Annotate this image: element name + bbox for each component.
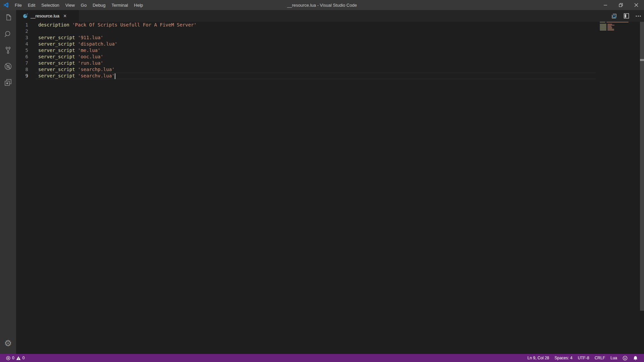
encoding-status[interactable]: UTF-8 <box>575 354 592 362</box>
code-text: description 'Pack Of Scripts Usefull For… <box>38 22 197 28</box>
files-icon <box>4 14 12 22</box>
code-text: server_script 'run.lua' <box>38 60 103 66</box>
menu-edit[interactable]: Edit <box>25 0 38 10</box>
code-text: server_script 'searchp.lua' <box>38 66 115 73</box>
scrollbar-slider[interactable] <box>640 22 644 311</box>
settings-gear-icon: ⚙ <box>4 339 12 348</box>
window-title: __resource.lua - Visual Studio Code <box>287 0 357 10</box>
minimize-button[interactable] <box>598 0 613 10</box>
minimap-line <box>600 29 606 29</box>
notifications-button[interactable] <box>630 354 641 362</box>
sidebar-item-source-control[interactable] <box>0 42 16 58</box>
minimap-line <box>600 25 606 25</box>
extensions-icon <box>4 78 12 87</box>
debug-icon <box>4 62 12 71</box>
eol-status[interactable]: CRLF <box>592 354 608 362</box>
error-count: 0 <box>12 356 14 360</box>
sidebar-item-debug[interactable] <box>0 58 16 74</box>
code-line-2[interactable]: 2 <box>16 28 597 35</box>
code-line-8[interactable]: 8server_script 'searchp.lua' <box>16 66 597 73</box>
menu-help[interactable]: Help <box>131 0 146 10</box>
menu-file[interactable]: File <box>12 0 25 10</box>
minimap-line <box>607 25 614 25</box>
menu-selection[interactable]: Selection <box>38 0 62 10</box>
minimap[interactable] <box>596 22 640 354</box>
minimap-line <box>600 30 606 31</box>
search-icon <box>4 30 12 39</box>
line-number[interactable]: 7 <box>16 60 28 66</box>
restore-button[interactable] <box>613 0 629 10</box>
tab-label: __resource.lua <box>31 13 59 18</box>
editor-actions <box>610 10 642 22</box>
warning-count: 0 <box>22 356 25 360</box>
code-text: server_script '911.lua' <box>38 35 103 41</box>
code-line-1[interactable]: 1description 'Pack Of Scripts Usefull Fo… <box>16 22 597 28</box>
tab-resource-lua[interactable]: __resource.lua × <box>16 10 79 22</box>
open-preview-button[interactable] <box>610 12 618 20</box>
language-mode[interactable]: Lua <box>608 354 620 362</box>
code-line-9[interactable]: 9server_script 'searchv.lua' <box>16 73 597 79</box>
status-bar: 0 0 Ln 9, Col 28 Spaces: 4 UTF-8 CRLF <box>0 354 644 362</box>
code-text: server_script 'me.lua' <box>38 47 100 54</box>
menu-go[interactable]: Go <box>78 0 90 10</box>
menu-bar: FileEditSelectionViewGoDebugTerminalHelp <box>12 0 146 10</box>
code-line-5[interactable]: 5server_script 'me.lua' <box>16 47 597 54</box>
menu-view[interactable]: View <box>62 0 78 10</box>
minimap-line <box>607 24 612 24</box>
feedback-button[interactable] <box>620 354 630 362</box>
code-editor[interactable]: 1description 'Pack Of Scripts Usefull Fo… <box>16 22 644 354</box>
line-number[interactable]: 5 <box>16 47 28 54</box>
code-text: server_script 'searchv.lua' <box>38 73 115 79</box>
line-number[interactable]: 3 <box>16 35 28 41</box>
menu-terminal[interactable]: Terminal <box>108 0 131 10</box>
minimap-line <box>600 24 606 24</box>
tab-close-icon[interactable]: × <box>62 13 68 19</box>
minimap-line <box>607 27 612 27</box>
close-icon <box>634 3 638 7</box>
minimap-line <box>607 26 611 26</box>
split-editor-button[interactable] <box>623 12 630 20</box>
activity-bar: ⚙ <box>0 10 16 354</box>
sidebar-item-explorer[interactable] <box>0 10 16 26</box>
minimap-line <box>606 22 629 22</box>
problems-indicator[interactable]: 0 0 <box>3 354 27 362</box>
indentation-status[interactable]: Spaces: 4 <box>552 354 575 362</box>
sidebar-item-extensions[interactable] <box>0 74 16 90</box>
cursor-position[interactable]: Ln 9, Col 28 <box>525 354 552 362</box>
restore-down-icon <box>619 3 623 7</box>
tab-bar: __resource.lua × <box>16 10 644 22</box>
line-number[interactable]: 1 <box>16 22 28 28</box>
title-bar: FileEditSelectionViewGoDebugTerminalHelp… <box>0 0 644 10</box>
sidebar-item-search[interactable] <box>0 26 16 42</box>
code-line-6[interactable]: 6server_script 'ooc.lua' <box>16 54 597 60</box>
line-number[interactable]: 9 <box>16 73 28 79</box>
minimap-line <box>600 26 606 26</box>
code-line-3[interactable]: 3server_script '911.lua' <box>16 35 597 41</box>
code-lines: 1description 'Pack Of Scripts Usefull Fo… <box>16 22 597 79</box>
line-number[interactable]: 2 <box>16 28 28 35</box>
editor-scrollbar[interactable] <box>640 22 644 354</box>
menu-debug[interactable]: Debug <box>90 0 108 10</box>
minimap-line <box>607 28 612 28</box>
vscode-window: FileEditSelectionViewGoDebugTerminalHelp… <box>0 0 644 362</box>
minimap-line <box>607 30 614 31</box>
code-text: server_script 'ooc.lua' <box>38 54 103 60</box>
text-cursor <box>115 73 115 79</box>
code-line-7[interactable]: 7server_script 'run.lua' <box>16 60 597 66</box>
line-number[interactable]: 4 <box>16 41 28 47</box>
minimap-line <box>607 29 614 29</box>
settings-button[interactable]: ⚙ <box>0 335 16 351</box>
code-line-4[interactable]: 4server_script 'dispatch.lua' <box>16 41 597 47</box>
error-icon <box>6 356 10 360</box>
close-button[interactable] <box>629 0 644 10</box>
smiley-icon <box>623 356 628 361</box>
bell-icon <box>633 356 638 361</box>
warning-icon <box>16 356 21 360</box>
line-number[interactable]: 6 <box>16 54 28 60</box>
source-control-icon <box>4 46 12 55</box>
split-editor-icon <box>624 13 629 19</box>
more-actions-button[interactable] <box>635 12 642 20</box>
minimap-line <box>600 22 605 22</box>
line-number[interactable]: 8 <box>16 66 28 73</box>
minimap-line <box>600 28 606 28</box>
